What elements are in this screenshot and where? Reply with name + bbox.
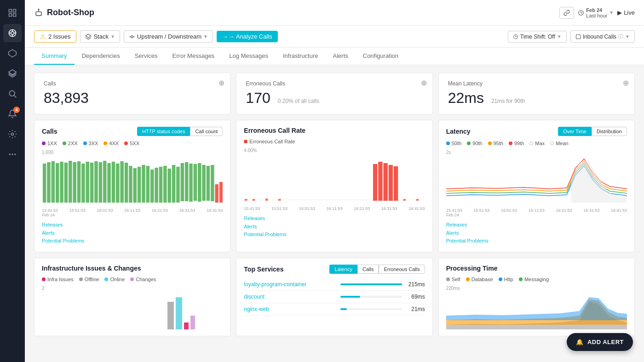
latency-btn[interactable]: Latency xyxy=(329,265,357,274)
calls-alerts-link[interactable]: Alerts xyxy=(42,229,223,238)
erroneous-alerts-link[interactable]: Alerts xyxy=(244,223,425,231)
stack-button[interactable]: Stack ▼ xyxy=(80,30,120,43)
svg-rect-66 xyxy=(207,166,210,201)
legend-mean: Mean xyxy=(550,141,569,146)
erroneous-releases-link[interactable]: Releases xyxy=(244,215,425,223)
sidebar-more-icon[interactable] xyxy=(3,145,22,164)
svg-rect-80 xyxy=(403,199,406,201)
latency-problems-link[interactable]: Potential Problems xyxy=(446,237,627,245)
upstream-button[interactable]: Upstream / Downstream ▼ xyxy=(124,30,213,43)
timeshift-button[interactable]: Time Shift: Off ▼ xyxy=(508,31,567,43)
svg-rect-47 xyxy=(125,163,128,203)
calls-label: Calls xyxy=(44,80,221,87)
legend-online: Online xyxy=(104,277,125,282)
calls-btn[interactable]: Calls xyxy=(357,265,379,274)
tab-infrastructure[interactable]: Infrastructure xyxy=(276,48,326,65)
distribution-btn[interactable]: Distribution xyxy=(592,127,627,136)
calls-zoom-icon[interactable]: ⊕ xyxy=(218,79,224,87)
service-name-nginx[interactable]: nginx-web xyxy=(244,306,336,312)
bell-icon: 🔔 xyxy=(576,339,584,345)
http-status-btn[interactable]: HTTP status codes xyxy=(137,127,190,136)
tab-services[interactable]: Services xyxy=(127,48,165,65)
sidebar-settings-icon[interactable] xyxy=(3,125,22,143)
svg-rect-51 xyxy=(142,165,145,203)
svg-rect-31 xyxy=(56,163,59,203)
service-name-discount[interactable]: discount xyxy=(244,294,336,300)
live-button[interactable]: ▶ Live xyxy=(617,9,635,16)
service-bar-fill-loyalty xyxy=(340,283,402,285)
toolbar: ⚠ 2 Issues Stack ▼ Upstream / Downstream… xyxy=(25,26,644,48)
infra-header: Infrastructure Issues & Changes xyxy=(42,265,223,272)
analyze-button[interactable]: →→ Analyze Calls xyxy=(217,31,278,42)
legend-http: Http xyxy=(499,277,513,282)
svg-rect-32 xyxy=(60,162,63,203)
legend-5xx: 5XX xyxy=(124,141,139,146)
erroneous-value: 170 xyxy=(246,90,270,107)
erroneous-x-labels: 15:41:53 15:51:53 16:01:53 16:11:53 16:2… xyxy=(244,206,425,211)
svg-rect-58 xyxy=(172,165,175,203)
latency-zoom-icon[interactable]: ⊕ xyxy=(623,79,629,87)
app-title: Robot-Shop xyxy=(47,8,94,17)
erroneous-zoom-icon[interactable]: ⊕ xyxy=(421,79,427,87)
svg-rect-35 xyxy=(73,162,76,203)
issues-button[interactable]: ⚠ 2 Issues xyxy=(34,30,76,43)
svg-rect-0 xyxy=(9,10,12,12)
topbar-right: Feb 24 Last hour ▼ ▶ Live xyxy=(559,7,635,19)
calls-releases-link[interactable]: Releases xyxy=(42,221,223,229)
svg-rect-63 xyxy=(194,164,197,201)
latency-legend: 50th 90th 95th 99th Max Mean xyxy=(446,141,627,146)
upstream-chevron-icon: ▼ xyxy=(203,34,208,39)
sidebar-topology-icon[interactable] xyxy=(3,24,22,42)
svg-marker-23 xyxy=(86,34,92,38)
sidebar-search-icon[interactable] xyxy=(3,85,22,103)
latency-alerts-link[interactable]: Alerts xyxy=(446,229,627,238)
tab-alerts[interactable]: Alerts xyxy=(326,48,356,65)
erroneous-label: Erroneous Calls xyxy=(246,80,423,87)
date-chevron-icon[interactable]: ▼ xyxy=(609,10,614,15)
svg-rect-64 xyxy=(198,163,201,202)
svg-rect-30 xyxy=(52,161,55,203)
service-name-loyalty[interactable]: loyalty-program-container xyxy=(244,281,336,288)
sidebar-services-icon[interactable] xyxy=(3,44,22,62)
svg-rect-29 xyxy=(47,162,50,203)
service-bar-discount xyxy=(340,296,402,298)
latency-y-label: 2s xyxy=(446,150,627,155)
tab-dependencies[interactable]: Dependencies xyxy=(75,48,127,65)
latency-releases-link[interactable]: Releases xyxy=(446,221,627,229)
timeshift-chevron-icon: ▼ xyxy=(557,34,562,39)
latency-chart-title: Latency xyxy=(446,128,471,135)
erroneous-calls-btn[interactable]: Erroneous Calls xyxy=(379,265,425,274)
calls-chart-footer: Releases Alerts Potential Problems xyxy=(42,221,223,245)
tab-error-messages[interactable]: Error Messages xyxy=(165,48,222,65)
sidebar-alerts-icon[interactable] xyxy=(3,105,22,123)
inbound-button[interactable]: Inbound Calls ⓘ ▼ xyxy=(570,30,635,43)
erroneous-stat-card: Erroneous Calls 170 0.20% of all calls ⊕ xyxy=(236,73,432,114)
link-button[interactable] xyxy=(559,7,574,19)
tab-summary[interactable]: Summary xyxy=(34,48,75,65)
clock-icon xyxy=(578,10,584,16)
svg-rect-79 xyxy=(394,166,398,201)
inbound-icon xyxy=(575,34,581,40)
service-value-discount: 69ms xyxy=(407,294,425,300)
erroneous-legend: Erroneous Call Rate xyxy=(244,139,425,144)
svg-rect-53 xyxy=(150,170,154,203)
sidebar-layers-icon[interactable] xyxy=(3,64,22,83)
svg-rect-81 xyxy=(416,199,419,201)
tab-configuration[interactable]: Configuration xyxy=(356,48,406,65)
sidebar-home-icon[interactable] xyxy=(3,4,22,22)
svg-point-14 xyxy=(12,133,14,136)
svg-rect-65 xyxy=(202,165,205,201)
calls-legend: 1XX 2XX 3XX 4XX 5XX xyxy=(42,141,223,146)
call-count-btn[interactable]: Call count xyxy=(190,127,223,136)
calls-problems-link[interactable]: Potential Problems xyxy=(42,237,223,245)
service-value-loyalty: 215ms xyxy=(407,281,425,288)
tab-log-messages[interactable]: Log Messages xyxy=(222,48,276,65)
legend-self: Self xyxy=(446,277,460,282)
over-time-btn[interactable]: Over Time xyxy=(558,127,592,136)
infra-legend: Infra Issues Offline Online Changes xyxy=(42,277,223,282)
add-alert-button[interactable]: 🔔 ADD ALERT xyxy=(567,333,633,351)
legend-infra-issues: Infra Issues xyxy=(42,277,74,282)
erroneous-problems-link[interactable]: Potential Problems xyxy=(244,231,425,239)
info-icon: ⓘ xyxy=(618,33,623,40)
top-services-header: Top Services Latency Calls Erroneous Cal… xyxy=(244,265,425,274)
